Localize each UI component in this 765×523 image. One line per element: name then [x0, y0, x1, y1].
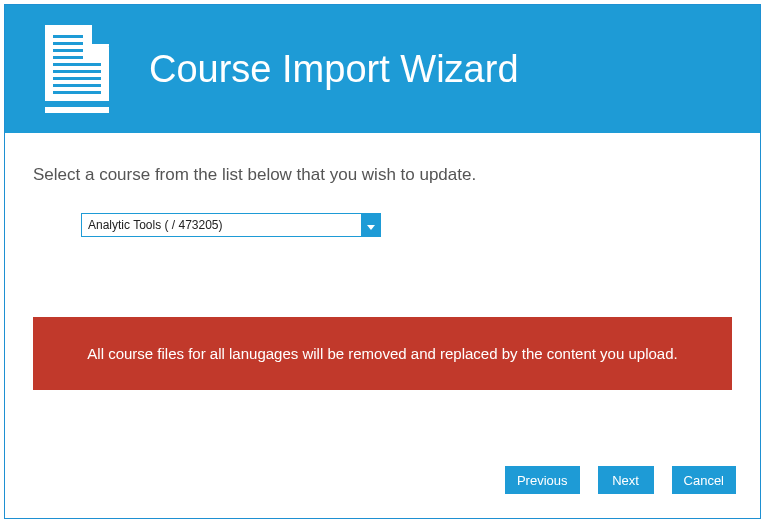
- wizard-title: Course Import Wizard: [149, 48, 519, 91]
- dropdown-button[interactable]: [361, 213, 381, 237]
- previous-button[interactable]: Previous: [505, 466, 580, 494]
- button-row: Previous Next Cancel: [505, 466, 736, 494]
- warning-text: All course files for all lanugages will …: [87, 345, 677, 362]
- cancel-button[interactable]: Cancel: [672, 466, 736, 494]
- warning-banner: All course files for all lanugages will …: [33, 317, 732, 390]
- wizard-container: Course Import Wizard Select a course fro…: [4, 4, 761, 519]
- wizard-header: Course Import Wizard: [5, 5, 760, 133]
- course-select[interactable]: [81, 213, 381, 237]
- chevron-down-icon: [367, 216, 375, 234]
- next-button[interactable]: Next: [598, 466, 654, 494]
- instruction-text: Select a course from the list below that…: [33, 165, 732, 185]
- course-input[interactable]: [81, 213, 361, 237]
- document-icon: [45, 25, 109, 113]
- wizard-body: Select a course from the list below that…: [5, 133, 760, 518]
